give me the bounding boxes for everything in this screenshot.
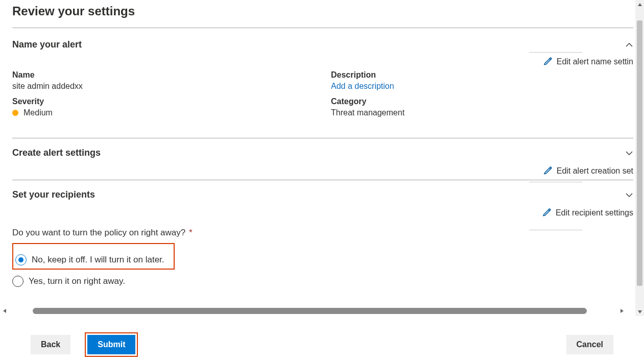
scroll-left-arrow-icon[interactable] xyxy=(0,306,9,316)
section-header-recipients[interactable]: Set your recipients xyxy=(12,180,633,207)
field-value-category: Threat management xyxy=(331,108,633,117)
scroll-up-arrow-icon[interactable] xyxy=(635,0,644,9)
horizontal-scrollbar[interactable] xyxy=(0,306,627,316)
field-label-name: Name xyxy=(12,70,315,80)
pencil-icon xyxy=(543,56,553,67)
decorative-line xyxy=(529,182,582,182)
radio-label: No, keep it off. I will turn it on later… xyxy=(32,255,164,265)
edit-alert-name-link[interactable]: Edit alert name settin xyxy=(12,56,633,67)
add-description-link[interactable]: Add a description xyxy=(331,82,633,91)
svg-marker-2 xyxy=(3,309,6,313)
svg-marker-0 xyxy=(638,3,642,6)
edit-link-label: Edit alert name settin xyxy=(557,57,633,66)
section-title: Create alert settings xyxy=(12,148,101,158)
section-title: Set your recipients xyxy=(12,189,95,200)
edit-alert-creation-link[interactable]: Edit alert creation set xyxy=(12,165,633,177)
section-header-create-alert[interactable]: Create alert settings xyxy=(12,138,633,165)
severity-dot-icon xyxy=(12,110,18,116)
vertical-scroll-thumb[interactable] xyxy=(637,20,642,286)
pencil-icon xyxy=(543,165,553,177)
svg-marker-3 xyxy=(621,309,624,313)
radio-label: Yes, turn it on right away. xyxy=(29,276,125,286)
field-value-name: site admin addedxx xyxy=(12,82,315,91)
field-label-severity: Severity xyxy=(12,97,315,106)
policy-question-text: Do you want to turn the policy on right … xyxy=(12,228,185,237)
edit-link-label: Edit alert creation set xyxy=(557,166,633,176)
field-label-category: Category xyxy=(331,97,633,106)
wizard-footer: Back Submit Cancel xyxy=(0,326,644,363)
required-marker: * xyxy=(189,228,193,237)
edit-link-label: Edit recipient settings xyxy=(556,208,633,217)
chevron-down-icon[interactable] xyxy=(625,191,633,199)
chevron-up-icon[interactable] xyxy=(625,41,633,49)
name-alert-fields: Name site admin addedxx Description Add … xyxy=(12,70,633,117)
policy-question: Do you want to turn the policy on right … xyxy=(12,228,633,238)
field-label-description: Description xyxy=(331,70,633,80)
scroll-right-arrow-icon[interactable] xyxy=(617,306,627,316)
radio-icon xyxy=(15,254,27,265)
edit-recipient-link[interactable]: Edit recipient settings xyxy=(12,207,633,219)
radio-icon xyxy=(12,276,23,287)
horizontal-scroll-thumb[interactable] xyxy=(33,308,587,314)
decorative-line xyxy=(529,52,582,53)
radio-option-off[interactable]: No, keep it off. I will turn it on later… xyxy=(14,252,169,268)
submit-button[interactable]: Submit xyxy=(87,335,135,354)
section-title: Name your alert xyxy=(12,39,82,50)
highlighted-selection: No, keep it off. I will turn it on later… xyxy=(12,243,175,270)
svg-marker-1 xyxy=(638,310,642,313)
page-title: Review your settings xyxy=(12,4,633,18)
cancel-button[interactable]: Cancel xyxy=(566,335,613,354)
field-value-severity: Medium xyxy=(23,108,53,117)
vertical-scrollbar[interactable] xyxy=(635,0,644,316)
scroll-down-arrow-icon[interactable] xyxy=(635,307,644,316)
pencil-icon xyxy=(542,207,552,219)
highlighted-submit: Submit xyxy=(85,332,138,357)
chevron-down-icon[interactable] xyxy=(625,149,633,157)
decorative-line xyxy=(529,230,582,230)
radio-option-on[interactable]: Yes, turn it on right away. xyxy=(12,276,633,287)
back-button[interactable]: Back xyxy=(31,335,70,354)
horizontal-scroll-track[interactable] xyxy=(10,308,616,314)
